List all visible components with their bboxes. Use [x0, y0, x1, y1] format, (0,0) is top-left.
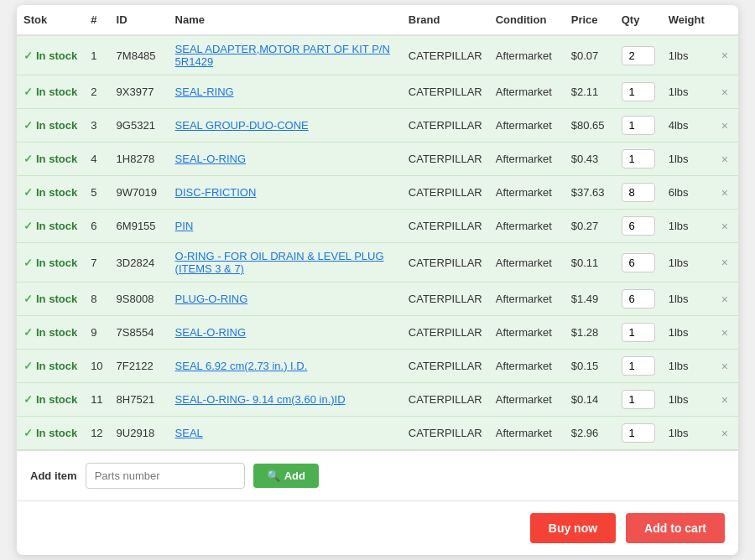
- remove-button[interactable]: ×: [718, 184, 732, 201]
- qty-input[interactable]: [622, 216, 655, 236]
- qty-input[interactable]: [622, 390, 655, 409]
- part-name-link[interactable]: SEAL 6.92 cm(2.73 in.) I.D.: [175, 360, 308, 372]
- search-icon: 🔍: [267, 469, 280, 482]
- status-text: In stock: [36, 186, 77, 199]
- check-icon: ✓: [23, 86, 33, 98]
- table-row: ✓ In stock 8 9S8008 PLUG-O-RING CATERPIL…: [17, 283, 738, 316]
- qty-input[interactable]: [622, 82, 655, 101]
- part-name-link[interactable]: PIN: [175, 220, 194, 232]
- in-stock-label: ✓ In stock: [23, 393, 77, 406]
- part-brand: CATERPILLAR: [402, 243, 489, 283]
- part-name-link[interactable]: SEAL ADAPTER,MOTOR PART OF KIT P/N 5R142…: [175, 43, 390, 68]
- qty-input[interactable]: [622, 149, 655, 169]
- remove-button[interactable]: ×: [718, 47, 732, 64]
- part-id: 9G5321: [110, 109, 169, 143]
- part-brand: CATERPILLAR: [402, 283, 489, 316]
- part-brand: CATERPILLAR: [402, 109, 489, 143]
- remove-button[interactable]: ×: [718, 291, 732, 308]
- part-name-link[interactable]: SEAL-O-RING- 9.14 cm(3.60 in.)ID: [175, 393, 346, 406]
- parts-table: Stok # ID Name Brand Condition Price Qty…: [17, 5, 738, 450]
- in-stock-label: ✓ In stock: [23, 49, 77, 62]
- in-stock-label: ✓ In stock: [23, 86, 77, 98]
- status-cell: ✓ In stock: [17, 316, 84, 350]
- buy-now-button[interactable]: Buy now: [530, 513, 616, 543]
- remove-button[interactable]: ×: [718, 218, 732, 235]
- part-price: $80.65: [565, 109, 615, 143]
- row-number: 2: [84, 75, 109, 109]
- qty-input[interactable]: [622, 323, 655, 342]
- remove-button[interactable]: ×: [718, 254, 732, 271]
- in-stock-label: ✓ In stock: [23, 257, 77, 269]
- row-number: 9: [84, 316, 109, 350]
- part-name-link[interactable]: SEAL-O-RING: [175, 153, 247, 165]
- part-weight: 6lbs: [662, 176, 711, 210]
- remove-cell: ×: [711, 35, 738, 75]
- row-number: 11: [84, 383, 109, 417]
- qty-input[interactable]: [622, 423, 655, 443]
- remove-button[interactable]: ×: [718, 117, 732, 134]
- check-icon: ✓: [23, 393, 33, 406]
- add-item-row: Add item 🔍 Add: [17, 450, 738, 500]
- in-stock-label: ✓ In stock: [23, 360, 77, 372]
- remove-button[interactable]: ×: [718, 151, 732, 168]
- check-icon: ✓: [23, 293, 33, 305]
- part-brand: CATERPILLAR: [402, 143, 489, 176]
- part-name: SEAL ADAPTER,MOTOR PART OF KIT P/N 5R142…: [169, 35, 402, 75]
- part-name-link[interactable]: O-RING - FOR OIL DRAIN & LEVEL PLUG (ITE…: [175, 250, 384, 275]
- part-name-link[interactable]: SEAL-O-RING: [175, 326, 247, 339]
- add-to-cart-button[interactable]: Add to cart: [626, 513, 725, 543]
- part-condition: Aftermarket: [489, 417, 565, 450]
- in-stock-label: ✓ In stock: [23, 220, 77, 232]
- add-button-label: Add: [284, 469, 305, 482]
- remove-button[interactable]: ×: [718, 324, 732, 341]
- parts-number-input[interactable]: [86, 463, 245, 489]
- qty-input[interactable]: [622, 116, 655, 135]
- check-icon: ✓: [23, 326, 33, 339]
- remove-button[interactable]: ×: [718, 425, 732, 442]
- part-qty-cell: [615, 417, 662, 450]
- remove-cell: ×: [711, 143, 738, 176]
- remove-button[interactable]: ×: [718, 358, 732, 375]
- check-icon: ✓: [23, 427, 33, 439]
- part-condition: Aftermarket: [489, 176, 565, 210]
- part-condition: Aftermarket: [489, 35, 565, 75]
- table-row: ✓ In stock 12 9U2918 SEAL CATERPILLAR Af…: [17, 417, 738, 450]
- part-name-link[interactable]: SEAL GROUP-DUO-CONE: [175, 119, 309, 132]
- part-name-link[interactable]: SEAL-RING: [175, 86, 234, 98]
- qty-input[interactable]: [622, 289, 655, 309]
- remove-button[interactable]: ×: [718, 84, 732, 101]
- part-qty-cell: [615, 383, 662, 417]
- part-condition: Aftermarket: [489, 316, 565, 350]
- check-icon: ✓: [23, 257, 33, 269]
- part-price: $0.07: [565, 35, 615, 75]
- part-name-link[interactable]: SEAL: [175, 427, 203, 439]
- part-name: SEAL: [169, 417, 402, 450]
- status-text: In stock: [36, 326, 77, 339]
- row-number: 5: [84, 176, 109, 210]
- qty-input[interactable]: [622, 46, 655, 65]
- part-condition: Aftermarket: [489, 283, 565, 316]
- status-text: In stock: [36, 86, 77, 98]
- check-icon: ✓: [23, 49, 33, 62]
- part-id: 6M9155: [110, 210, 169, 243]
- part-name-link[interactable]: PLUG-O-RING: [175, 293, 248, 305]
- table-row: ✓ In stock 2 9X3977 SEAL-RING CATERPILLA…: [17, 75, 738, 109]
- qty-input[interactable]: [622, 253, 655, 272]
- in-stock-label: ✓ In stock: [23, 153, 77, 165]
- add-button[interactable]: 🔍 Add: [253, 464, 319, 488]
- part-brand: CATERPILLAR: [402, 176, 489, 210]
- qty-input[interactable]: [622, 183, 655, 202]
- remove-button[interactable]: ×: [718, 391, 732, 408]
- table-row: ✓ In stock 7 3D2824 O-RING - FOR OIL DRA…: [17, 243, 738, 283]
- col-header-stok: Stok: [17, 5, 84, 35]
- table-row: ✓ In stock 11 8H7521 SEAL-O-RING- 9.14 c…: [17, 383, 738, 417]
- qty-input[interactable]: [622, 356, 655, 376]
- part-id: 9S8008: [110, 283, 169, 316]
- part-qty-cell: [615, 176, 662, 210]
- part-name-link[interactable]: DISC-FRICTION: [175, 186, 257, 199]
- status-cell: ✓ In stock: [17, 283, 84, 316]
- part-qty-cell: [615, 243, 662, 283]
- part-qty-cell: [615, 210, 662, 243]
- part-qty-cell: [615, 143, 662, 176]
- status-cell: ✓ In stock: [17, 109, 84, 143]
